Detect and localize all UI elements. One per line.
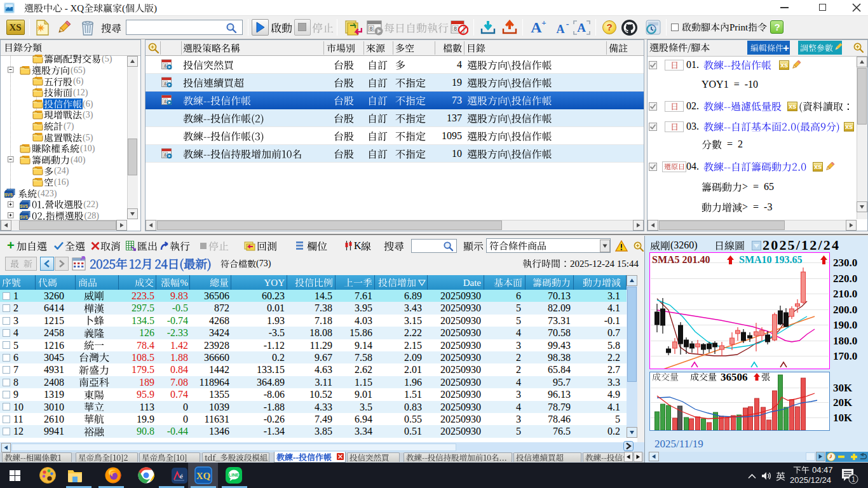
svg-text:8: 8 (164, 81, 166, 86)
svg-text:SVS: SVS (20, 204, 29, 208)
svg-text:8: 8 (369, 25, 372, 32)
svg-text:1: 1 (851, 476, 855, 483)
svg-text:8: 8 (164, 63, 166, 69)
svg-text:8: 8 (164, 98, 166, 104)
svg-text:é: é (180, 472, 183, 480)
svg-text:SVS: SVS (4, 193, 13, 197)
svg-text:8: 8 (164, 152, 166, 158)
svg-text:8: 8 (454, 25, 457, 32)
svg-text:LINE: LINE (229, 473, 239, 477)
svg-text:XQ: XQ (196, 471, 211, 481)
svg-text:SVS: SVS (20, 215, 29, 219)
